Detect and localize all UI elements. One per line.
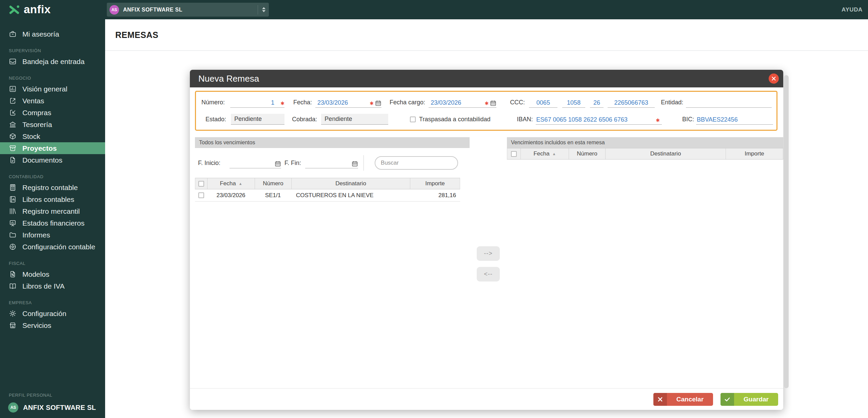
sidebar-section-supervision: SUPERVISIÓN (0, 48, 105, 53)
calculator-icon (9, 184, 17, 191)
sidebar-item-compras[interactable]: Compras (0, 107, 105, 119)
numero-input[interactable]: 1 ✱ (230, 97, 284, 108)
cancel-label: Cancelar (667, 393, 713, 406)
sidebar-item-registro-mercantil[interactable]: Registro mercantil (0, 205, 105, 217)
column-header-importe[interactable]: Importe (410, 178, 460, 189)
save-button[interactable]: Guardar (721, 393, 778, 406)
required-asterisk-icon: ✱ (370, 101, 374, 106)
search-input[interactable] (380, 159, 456, 167)
company-selector-stepper-icon[interactable] (258, 5, 265, 15)
calendar-icon[interactable] (490, 100, 496, 106)
column-header-destinatario[interactable]: Destinatario (292, 178, 410, 189)
required-asterisk-icon: ✱ (485, 101, 489, 106)
fecha-cargo-input[interactable]: 23/03/2026 ✱ (429, 97, 496, 108)
sidebar-item-stock[interactable]: Stock (0, 130, 105, 142)
sidebar-item-modelos[interactable]: Modelos (0, 268, 105, 280)
calendar-icon[interactable] (275, 161, 281, 167)
sidebar-item-bandeja-de-entrada[interactable]: Bandeja de entrada (0, 56, 105, 67)
cell-value: COSTUREROS EN LA NIEVE (296, 192, 374, 199)
calendar-icon[interactable] (352, 161, 358, 167)
sidebar-section-contabilidad: CONTABILIDAD (0, 174, 105, 179)
library-icon (9, 207, 17, 215)
open-book-icon (9, 282, 17, 290)
column-header-destinatario[interactable]: Destinatario (606, 148, 726, 159)
sidebar-item-registro-contable[interactable]: Registro contable (0, 182, 105, 193)
sidebar-item-configuracion[interactable]: Configuración (0, 308, 105, 319)
form-row-2: Estado: Pendiente Cobrada: Pendiente Tra… (199, 112, 773, 126)
f-fin-input[interactable] (305, 158, 358, 168)
save-check-icon (721, 393, 734, 406)
sidebar-item-label: Configuración contable (22, 243, 95, 251)
column-header-numero[interactable]: Número (569, 148, 606, 159)
company-selector[interactable]: AS ANFIX SOFTWARE SL (107, 3, 269, 17)
move-right-button[interactable]: --> (477, 246, 500, 261)
ccc-label: CCC: (510, 99, 525, 106)
modal-close-button[interactable] (769, 74, 779, 84)
table-row[interactable]: 23/03/2026 SE1/1 COSTUREROS EN LA NIEVE … (195, 189, 460, 202)
row-checkbox[interactable] (198, 192, 204, 198)
calendar-icon[interactable] (375, 100, 381, 106)
cell-value: 23/03/2026 (216, 192, 245, 199)
select-all-checkbox[interactable] (198, 181, 204, 187)
cell-value: 281,16 (438, 192, 456, 199)
traspasada-checkbox[interactable] (410, 117, 416, 122)
sidebar-item-informes[interactable]: Informes (0, 229, 105, 241)
sidebar-item-estados-financieros[interactable]: Estados financieros (0, 217, 105, 229)
column-header-fecha[interactable]: Fecha▲ (521, 148, 569, 159)
sidebar-item-tesoreria[interactable]: Tesorería (0, 119, 105, 130)
sidebar-item-mi-asesoria[interactable]: Mi asesoría (0, 28, 105, 40)
sidebar-item-documentos[interactable]: Documentos (0, 154, 105, 166)
entidad-input[interactable] (686, 97, 772, 108)
f-inicio-label: F. Inicio: (198, 160, 220, 167)
help-link[interactable]: AYUDA (842, 0, 863, 19)
ccc-account-input[interactable]: 2265066763 (608, 97, 655, 108)
ccc-entity-input[interactable]: 0065 (529, 97, 557, 108)
modal-scrollbar[interactable] (784, 75, 789, 388)
column-label: Destinatario (335, 180, 366, 187)
cell-destinatario: COSTUREROS EN LA NIEVE (291, 189, 411, 201)
f-inicio-input[interactable] (230, 158, 281, 168)
column-header-numero[interactable]: Número (255, 178, 292, 189)
cancel-button[interactable]: Cancelar (653, 393, 713, 406)
doc-arrow-in-icon (9, 109, 17, 117)
ccc-office-input[interactable]: 1058 (562, 97, 585, 108)
vertical-divider (363, 155, 364, 171)
table-header: Fecha▲ Número Destinatario Importe (507, 148, 783, 160)
ccc-dc-input[interactable]: 26 (590, 97, 604, 108)
presentation-chart-icon (9, 219, 17, 227)
sidebar-item-vision-general[interactable]: Visión general (0, 83, 105, 95)
sidebar-item-servicios[interactable]: Servicios (0, 319, 105, 331)
table-header: Fecha▲ Número Destinatario Importe (195, 178, 460, 189)
sidebar-item-configuracion-contable[interactable]: Configuración contable (0, 241, 105, 253)
sidebar-item-libros-contables[interactable]: Libros contables (0, 193, 105, 205)
sidebar-nav: Mi asesoría SUPERVISIÓN Bandeja de entra… (0, 19, 105, 331)
sidebar-item-label: Libros contables (22, 195, 74, 204)
select-all-checkbox[interactable] (511, 151, 517, 157)
column-label: Fecha (220, 180, 236, 187)
sidebar-item-label: Registro contable (22, 184, 78, 192)
doc-arrow-out-icon (9, 97, 17, 105)
bic-input[interactable]: BBVAES22456 (696, 114, 773, 125)
document-icon (9, 156, 17, 164)
iban-input[interactable]: ES67 0065 1058 2622 6506 6763 ✱ (536, 114, 662, 125)
sidebar-item-label: Documentos (22, 156, 62, 164)
column-header-importe[interactable]: Importe (726, 148, 783, 159)
cell-numero: SE1/1 (255, 189, 291, 201)
sidebar-item-proyectos[interactable]: Proyectos (0, 142, 105, 154)
close-icon (771, 76, 776, 81)
sidebar-footer: PERFIL PERSONAL AS ANFIX SOFTWARE SL (0, 384, 105, 413)
sidebar-item-label: Bandeja de entrada (22, 58, 84, 66)
fecha-input[interactable]: 23/03/2026 ✱ (315, 97, 381, 108)
cube-icon (9, 132, 17, 140)
sort-asc-icon: ▲ (552, 152, 556, 156)
move-left-button[interactable]: <-- (477, 267, 500, 281)
topbar: anfix AS ANFIX SOFTWARE SL AYUDA (0, 0, 868, 19)
cobrada-field[interactable]: Pendiente (321, 114, 388, 125)
estado-field[interactable]: Pendiente (231, 114, 284, 125)
profile-company[interactable]: AS ANFIX SOFTWARE SL (0, 402, 105, 413)
search-box[interactable] (375, 156, 458, 170)
sidebar-item-ventas[interactable]: Ventas (0, 95, 105, 107)
column-header-fecha[interactable]: Fecha▲ (208, 178, 255, 189)
sidebar-item-libros-de-iva[interactable]: Libros de IVA (0, 280, 105, 292)
bar-chart-icon (9, 85, 17, 93)
